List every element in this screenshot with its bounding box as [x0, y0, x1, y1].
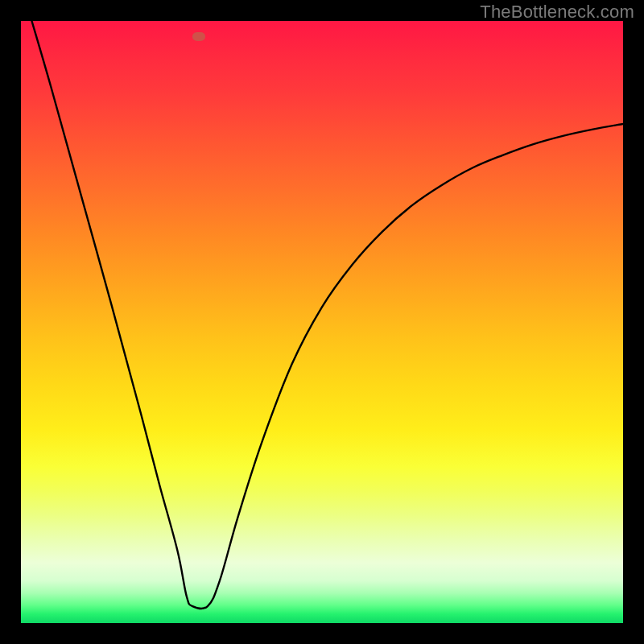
chart-frame: TheBottleneck.com	[0, 0, 644, 644]
plot-area	[21, 21, 623, 623]
watermark-text: TheBottleneck.com	[480, 2, 634, 23]
minimum-marker	[192, 32, 205, 41]
bottleneck-curve	[21, 21, 623, 623]
